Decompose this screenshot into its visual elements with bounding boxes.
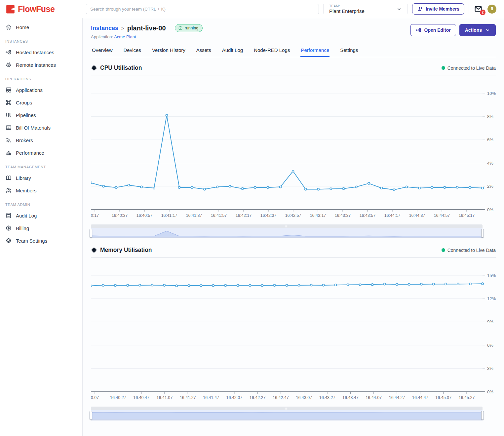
sidebar-item-label: Performance [16,150,44,156]
divider [323,4,324,14]
divider [469,4,469,14]
sidebar-section-heading: INSTANCES [0,33,82,46]
svg-text:16:42:27: 16:42:27 [250,395,266,400]
sidebar-item-members[interactable]: Members [0,184,82,197]
home-icon [5,24,12,30]
sidebar-item-team-settings[interactable]: Team Settings [0,234,82,247]
sidebar-item-performance[interactable]: Performance [0,146,82,159]
performance-icon [5,149,12,156]
range-slider-handle-right[interactable] [481,229,484,238]
svg-text:6%: 6% [487,343,493,348]
svg-text:16:43:37: 16:43:37 [335,213,351,218]
svg-text:16:43:17: 16:43:17 [310,213,326,218]
tab-settings[interactable]: Settings [340,45,358,57]
range-slider-body[interactable] [91,228,483,238]
sidebar-item-remote-instances[interactable]: Remote Instances [0,59,82,71]
svg-text:16:41:37: 16:41:37 [186,213,202,218]
sidebar-item-pipelines[interactable]: Pipelines [0,109,82,121]
range-slider-handle-left[interactable] [90,229,92,238]
svg-text:2%: 2% [487,184,493,189]
sidebar-item-audit-log[interactable]: Audit Log [0,209,82,222]
svg-text:12%: 12% [487,296,496,301]
sidebar-item-home[interactable]: Home [0,21,82,33]
open-editor-label: Open Editor [424,27,451,33]
svg-text:16:43:07: 16:43:07 [296,395,312,400]
svg-text:16:42:17: 16:42:17 [236,213,252,218]
team-name: Plant Enterprise [329,8,365,14]
team-label: TEAM: [329,4,365,8]
drag-grip-icon[interactable] [285,225,288,227]
actions-button[interactable]: Actions [459,24,496,36]
sidebar-item-label: Brokers [16,138,33,143]
invite-members-button[interactable]: Invite Members [412,3,464,15]
svg-text:0%: 0% [487,207,493,212]
tab-assets[interactable]: Assets [196,45,212,57]
sidebar-item-label: Library [16,175,31,181]
sidebar-item-billing[interactable]: Billing [0,222,82,234]
tab-performance[interactable]: Performance [300,45,330,57]
actions-label: Actions [465,27,482,33]
svg-text:16:40:27: 16:40:27 [110,395,126,400]
svg-text:4%: 4% [487,161,493,166]
memory-chip-icon [91,247,97,253]
search-input[interactable] [86,4,319,14]
range-slider-body[interactable] [91,410,483,420]
svg-text:16:45:07: 16:45:07 [435,395,451,400]
tab-devices[interactable]: Devices [123,45,141,57]
sidebar-item-groups[interactable]: Groups [0,96,82,109]
svg-text:16:41:17: 16:41:17 [161,213,177,218]
svg-text:16:40:37: 16:40:37 [112,213,128,218]
page-title: plant-live-00 [127,24,166,32]
bill-of-materials-icon [5,124,12,131]
notifications-button[interactable]: 2 [473,4,483,14]
sidebar-item-brokers[interactable]: Brokers [0,134,82,146]
svg-text:16:40:47: 16:40:47 [133,395,149,400]
cpu-utilisation-section: CPU Utilisation Connected to Live Data 1… [91,64,496,239]
breadcrumb-instances-link[interactable]: Instances [91,25,118,32]
svg-text:16:41:47: 16:41:47 [203,395,219,400]
application-link[interactable]: Acme Plant [114,34,136,39]
flowfuse-logo-icon [6,5,15,14]
sidebar-item-hosted-instances[interactable]: Hosted Instances [0,46,82,59]
live-data-label: Connected to Live Data [447,248,496,253]
members-icon [5,187,12,194]
remote-instances-icon [5,61,12,68]
tab-audit-log[interactable]: Audit Log [222,45,243,57]
user-avatar[interactable]: fl [487,5,496,14]
play-circle-icon [178,26,183,30]
audit-log-icon [5,212,12,219]
svg-text:16:41:57: 16:41:57 [211,213,227,218]
range-slider-handle-left[interactable] [90,411,92,420]
tab-overview[interactable]: Overview [92,45,113,57]
sidebar-item-applications[interactable]: Applications [0,84,82,96]
cpu-range-slider[interactable] [91,224,483,239]
team-settings-icon [5,237,12,244]
range-slider-track[interactable] [91,407,483,410]
top-header: FlowFuse TEAM: Plant Enterprise Invite M… [0,0,504,18]
range-slider-handle-right[interactable] [481,411,484,420]
cpu-chart: 10%8%6%4%2%0%0:1716:40:3716:40:5716:41:1… [91,77,496,220]
tab-node-red-logs[interactable]: Node-RED Logs [253,45,290,57]
sidebar-item-library[interactable]: Library [0,172,82,184]
memory-range-slider[interactable] [91,407,483,421]
range-slider-track[interactable] [91,224,483,228]
applications-icon [5,87,12,93]
billing-icon [5,225,12,231]
tab-version-history[interactable]: Version History [152,45,186,57]
cpu-chip-icon [91,65,97,71]
sidebar-item-label: Hosted Instances [16,50,54,55]
brokers-icon [5,137,12,143]
team-selector[interactable]: TEAM: Plant Enterprise [328,4,403,14]
sidebar-item-bill-of-materials[interactable]: Bill Of Materials [0,121,82,134]
open-editor-button[interactable]: Open Editor [410,24,456,36]
memory-utilisation-section: Memory Utilisation Connected to Live Dat… [91,247,496,421]
editor-nodes-icon [416,27,422,33]
live-data-indicator: Connected to Live Data [442,248,496,253]
svg-text:16:44:47: 16:44:47 [412,395,428,400]
breadcrumb: Instances > plant-live-00 running [91,24,203,32]
flowfuse-logo[interactable]: FlowFuse [6,4,82,14]
status-badge-label: running [185,26,199,30]
drag-grip-icon[interactable] [285,408,288,410]
svg-text:16:44:17: 16:44:17 [384,213,401,218]
logo-wordmark: FlowFuse [18,4,55,14]
